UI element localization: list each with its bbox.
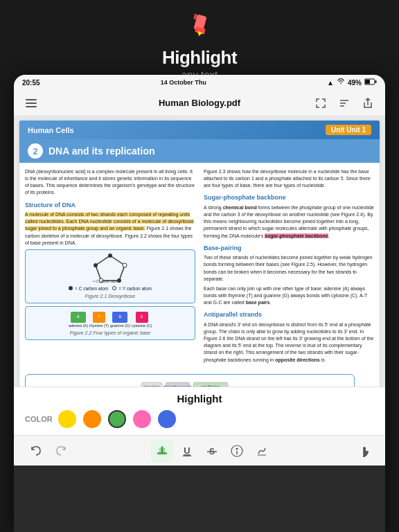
- pdf-area: Human Cells Unit Unit 1 2 DNA and its re…: [14, 116, 385, 387]
- pdf-page: Human Cells Unit Unit 1 2 DNA and its re…: [19, 121, 380, 387]
- adenine-shape: A: [71, 312, 86, 323]
- freehand-tool[interactable]: [251, 440, 273, 462]
- svg-text:phosphate: phosphate: [143, 384, 160, 387]
- sticky-note-tool[interactable]: [226, 440, 248, 462]
- bases-diagram-box: A adenine (A) T thymine (T) G guanine (G…: [25, 306, 195, 340]
- antiparallel-para: A DNA strand's 3' end on deoxyribose is …: [204, 321, 374, 364]
- basepairing-para2: Each base can only join up with one othe…: [204, 285, 374, 306]
- cytosine-shape: C: [136, 312, 148, 323]
- molecule-diagram: phosphate deoxyribose sugar amplificatio…: [25, 374, 355, 387]
- svg-rect-5: [375, 80, 376, 83]
- deoxyribose-diagram: = C carbon atom = Y carbon atom = C carb…: [25, 249, 195, 303]
- svg-rect-8: [26, 103, 37, 104]
- thymine-shape: T: [93, 312, 105, 323]
- svg-point-12: [123, 263, 127, 267]
- intro-text: DNA (deoxyribonucleic acid) is a complex…: [25, 168, 195, 197]
- svg-marker-10: [96, 256, 125, 281]
- menu-button[interactable]: [24, 96, 39, 111]
- content-columns: DNA (deoxyribonucleic acid) is a complex…: [19, 163, 380, 372]
- backbone-term: sugar-phosphate backbone: [265, 233, 328, 238]
- color-row: COLOR: [25, 410, 374, 428]
- wifi-icon: [337, 78, 345, 87]
- device-frame: 20:55 14 October Thu ▲ 49% Human Biology…: [14, 75, 385, 532]
- share-button[interactable]: [360, 96, 375, 111]
- battery-icon: [364, 78, 377, 87]
- svg-text:U: U: [184, 445, 190, 456]
- battery-label: 49%: [348, 79, 362, 87]
- legend-dot-empty: [112, 286, 116, 290]
- expand-button[interactable]: [313, 96, 328, 111]
- undo-button[interactable]: [25, 440, 47, 462]
- undo-redo-group: [25, 440, 72, 462]
- subheading-antiparallel: Antiparallel strands: [204, 310, 374, 319]
- chapter-header: Human Cells Unit Unit 1: [19, 121, 380, 139]
- subheading-backbone: Sugar-phosphate backbone: [204, 193, 374, 202]
- highlight-tool[interactable]: [151, 440, 173, 462]
- status-date: 14 October Thu: [161, 79, 206, 86]
- left-column: DNA (deoxyribonucleic acid) is a complex…: [25, 168, 201, 366]
- color-swatches: [58, 410, 176, 428]
- svg-point-11: [108, 254, 112, 258]
- subheading-basepairing: Base-pairing: [204, 244, 374, 253]
- swatch-pink[interactable]: [133, 410, 151, 428]
- legend-carbon: = C carbon atom: [69, 285, 108, 292]
- signal-icon: ▲: [327, 79, 334, 87]
- section-title: DNA and its replication: [48, 145, 155, 157]
- legend-other: = Y carbon atom: [112, 285, 152, 292]
- bases-diagram: A adenine (A) T thymine (T) G guanine (G…: [28, 312, 192, 329]
- status-right: ▲ 49%: [327, 78, 377, 87]
- structure-para: A molecule of DNA consists of two strand…: [25, 211, 195, 247]
- swatch-blue[interactable]: [158, 410, 176, 428]
- swatch-orange[interactable]: [83, 410, 101, 428]
- right-column: Figure 2.3 shows how the deoxyribose mol…: [201, 168, 374, 366]
- text-search-button[interactable]: [337, 96, 352, 111]
- figure-caption-1: Figure 2.1 Deoxyribose: [28, 293, 192, 300]
- pentagon-diagram: = C carbon atom = Y carbon atom = C carb…: [28, 253, 192, 292]
- toolbar-left: [24, 96, 39, 111]
- page-bottom: phosphate deoxyribose sugar amplificatio…: [19, 372, 380, 387]
- swatch-green[interactable]: [108, 410, 126, 428]
- highlight-panel-title: Highlight: [25, 393, 374, 405]
- right-intro: Figure 2.3 shows how the deoxyribose mol…: [204, 168, 374, 189]
- highlighter-icon: [184, 12, 215, 43]
- molecule-diagram-area: phosphate deoxyribose sugar amplificatio…: [25, 372, 355, 387]
- svg-text:amplification: amplification: [201, 384, 220, 387]
- status-time: 20:55: [22, 79, 40, 87]
- legend-dot-filled: [69, 286, 73, 290]
- highlighted-text: A molecule of DNA consists of two strand…: [25, 212, 194, 231]
- unit-badge: Unit Unit 1: [326, 125, 371, 135]
- svg-point-15: [94, 263, 98, 267]
- section-heading: 2 DNA and its replication: [19, 139, 380, 163]
- highlight-panel: Highlight COLOR: [14, 387, 385, 435]
- underline-tool[interactable]: U: [176, 440, 198, 462]
- annotation-toolbar: U S: [14, 435, 385, 466]
- svg-text:= Y carbon atom: = Y carbon atom: [93, 283, 118, 284]
- section-number: 2: [28, 143, 43, 159]
- promo-title: Highlight: [162, 47, 237, 69]
- svg-point-41: [236, 447, 238, 450]
- figure-caption-2: Figure 2.2 Four types of organic base: [28, 330, 192, 337]
- finger-tool[interactable]: [352, 440, 374, 462]
- subheading-structure: Structure of DNA: [25, 201, 195, 210]
- redo-button[interactable]: [50, 440, 72, 462]
- annotation-tools: U S: [151, 440, 273, 462]
- document-toolbar: Human Biology.pdf: [14, 90, 385, 116]
- svg-rect-9: [26, 106, 37, 107]
- svg-rect-7: [26, 99, 37, 100]
- color-label: COLOR: [25, 415, 55, 423]
- swatch-yellow[interactable]: [58, 410, 76, 428]
- status-bar: 20:55 14 October Thu ▲ 49%: [14, 75, 385, 90]
- svg-rect-6: [365, 80, 370, 84]
- svg-text:deoxyribose sugar: deoxyribose sugar: [163, 384, 192, 387]
- basepairing-para1: Two of these strands of nucleotides beco…: [204, 254, 374, 283]
- backbone-para: A strong chemical bond forms between the…: [204, 204, 374, 240]
- document-title: Human Biology.pdf: [159, 98, 240, 108]
- toolbar-right: [313, 96, 375, 111]
- guanine-shape: G: [112, 312, 127, 323]
- strikethrough-tool[interactable]: S: [201, 440, 223, 462]
- chapter-label: Human Cells: [28, 126, 74, 134]
